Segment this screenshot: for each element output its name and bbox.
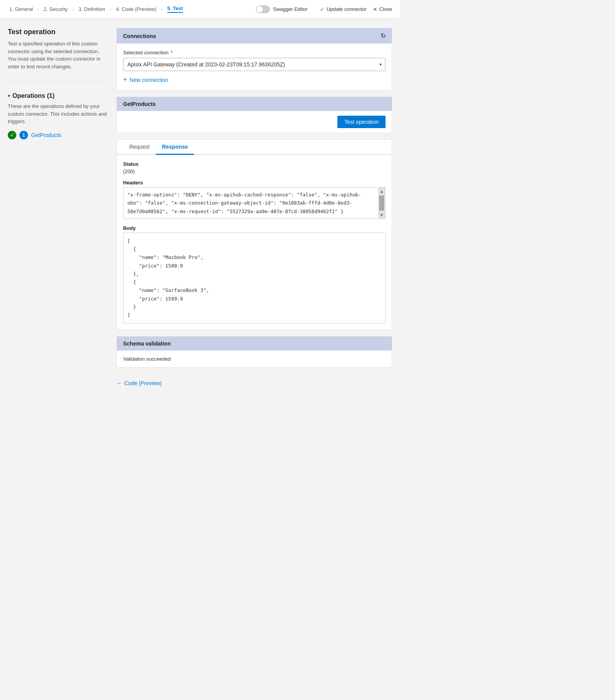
top-nav: 1. General › 2. Security › 3. Definition… [0,0,400,19]
connections-header: Connections ↻ [117,28,392,43]
tab-request[interactable]: Request [123,140,156,155]
section-title: Test operation [8,28,107,36]
refresh-icon[interactable]: ↻ [380,32,386,40]
swagger-toggle[interactable]: Swagger Editor [256,5,308,13]
scroll-thumb[interactable] [379,195,384,211]
nav-chevron-4: › [161,7,163,12]
operation-item[interactable]: ✓ 1 GetProducts [8,131,107,139]
connections-body: Selected connection * Apisix API Gateway… [117,43,392,90]
close-action[interactable]: ✕ Close [373,6,392,12]
connection-field-label: Selected connection * [123,50,386,56]
section-desc: Test a specified operation of this custo… [8,40,107,70]
new-connection-button[interactable]: + New connection [123,76,386,84]
operations-label: Operations (1) [12,92,54,99]
request-response-card: Request Response Status (200) Headers "x… [116,139,392,330]
nav-chevron-1: › [38,7,39,12]
op-name[interactable]: GetProducts [31,132,61,138]
operations-desc: These are the operations defined by your… [8,102,107,125]
status-value: (200) [123,168,386,174]
swagger-label: Swagger Editor [273,6,308,12]
headers-label: Headers [123,180,386,186]
get-products-header: GetProducts [117,97,392,111]
op-badge: 1 [19,131,28,139]
left-panel: Test operation Test a specified operatio… [8,28,116,389]
main-content: Test operation Test a specified operatio… [0,19,400,399]
nav-chevron-2: › [72,7,74,12]
get-products-card: GetProducts Test operation [116,97,392,133]
body-box: [ { "name": "Macbook Pro", "price": 1500… [123,233,386,324]
nav-step-definition[interactable]: 3. Definition [77,6,107,12]
connections-card: Connections ↻ Selected connection * Apis… [116,28,392,90]
body-label: Body [123,225,386,231]
scrollbar-track: ▲ ▼ [378,188,385,219]
right-panel: Connections ↻ Selected connection * Apis… [116,28,392,389]
nav-step-general[interactable]: 1. General [8,6,35,12]
schema-validation-header: Schema validation [117,337,392,351]
schema-validation-card: Schema validation Validation succeeded [116,336,392,368]
toggle-switch[interactable] [256,5,270,13]
tab-response[interactable]: Response [156,140,194,155]
nav-step-code[interactable]: 4. Code (Preview) [115,6,158,12]
code-preview-link[interactable]: ← Code (Preview) [116,374,392,389]
toggle-knob [257,6,263,12]
headers-content: "x-frame-options": "DENY", "x-ms-apihub-… [123,188,385,219]
op-check-icon: ✓ [8,131,16,139]
headers-box: "x-frame-options": "DENY", "x-ms-apihub-… [123,187,386,219]
checkmark-icon: ✓ [320,6,325,12]
chevron-down-icon: ▾ [8,93,10,99]
scroll-up-arrow[interactable]: ▲ [378,188,385,195]
nav-chevron-3: › [110,7,111,12]
scroll-down-arrow[interactable]: ▼ [378,212,385,219]
connection-select[interactable]: Apisix API Gateway (Created at 2023-02-2… [123,58,386,71]
nav-step-security[interactable]: 2. Security [42,6,69,12]
tabs-bar: Request Response [117,140,392,155]
nav-step-test[interactable]: 5. Test [166,5,184,13]
arrow-left-icon: ← [116,380,122,386]
test-operation-button[interactable]: Test operation [337,116,386,128]
update-connector-action[interactable]: ✓ Update connector [320,6,367,12]
operations-header[interactable]: ▾ Operations (1) [8,92,107,99]
plus-icon: + [123,76,127,84]
status-label: Status [123,161,386,167]
select-wrapper: Apisix API Gateway (Created at 2023-02-2… [123,58,386,71]
left-divider [8,81,107,82]
schema-validation-body: Validation succeeded [117,351,392,367]
required-mark: * [169,50,173,56]
close-icon: ✕ [373,6,377,12]
get-products-body: Test operation [117,111,392,133]
response-content: Status (200) Headers "x-frame-options": … [117,155,392,330]
